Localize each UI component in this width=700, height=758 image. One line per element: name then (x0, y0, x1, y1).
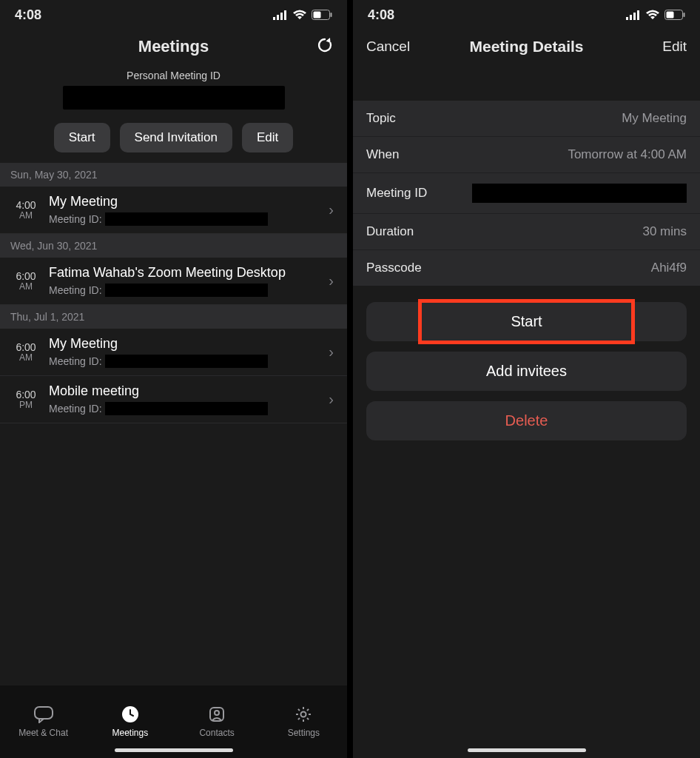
meetings-screen: 4:08 Meetings Personal Meeting ID Start … (0, 0, 350, 758)
svg-rect-1 (277, 15, 279, 20)
wifi-icon (645, 10, 660, 20)
section-header: Wed, Jun 30, 2021 (0, 234, 347, 258)
send-invitation-button[interactable]: Send Invitation (120, 123, 232, 152)
chat-icon (33, 705, 54, 723)
meeting-details-screen: 4:08 Cancel Meeting Details Edit Topic M… (350, 0, 700, 758)
redacted-meeting-id (472, 184, 687, 203)
status-bar: 4:08 (353, 0, 700, 30)
svg-point-10 (215, 711, 219, 715)
svg-rect-15 (637, 10, 639, 20)
meeting-row[interactable]: 4:00 AM My Meeting Meeting ID: › (0, 187, 347, 234)
edit-button[interactable]: Edit (242, 123, 293, 152)
tab-meetings[interactable]: Meetings (87, 685, 173, 758)
tab-label: Settings (288, 728, 320, 738)
svg-rect-5 (314, 12, 321, 19)
section-header: Thu, Jul 1, 2021 (0, 305, 347, 329)
detail-row-meeting-id: Meeting ID (353, 173, 700, 214)
meeting-time: 4:00 AM (7, 199, 44, 221)
redacted-id (105, 284, 268, 297)
pmi-label: Personal Meeting ID (0, 70, 347, 81)
meeting-id-line: Meeting ID: (49, 284, 326, 297)
refresh-icon (316, 36, 334, 54)
page-title: Meetings (34, 37, 313, 56)
meeting-row[interactable]: 6:00 AM Fatima Wahab's Zoom Meeting Desk… (0, 258, 347, 305)
svg-rect-17 (667, 12, 674, 19)
detail-row-duration: Duration 30 mins (353, 214, 700, 250)
personal-meeting-block: Personal Meeting ID Start Send Invitatio… (0, 64, 347, 163)
detail-row-topic: Topic My Meeting (353, 101, 700, 137)
detail-row-passcode: Passcode Ahi4f9 (353, 250, 700, 286)
svg-rect-0 (273, 17, 275, 20)
home-indicator[interactable] (115, 748, 233, 752)
section-header: Sun, May 30, 2021 (0, 163, 347, 187)
nav-bar: Cancel Meeting Details Edit (353, 30, 700, 64)
tab-label: Meetings (112, 728, 149, 738)
meeting-row[interactable]: 6:00 AM My Meeting Meeting ID: › (0, 329, 347, 376)
tab-contacts[interactable]: Contacts (174, 685, 260, 758)
delete-meeting-button[interactable]: Delete (366, 401, 687, 440)
tab-bar: Meet & Chat Meetings Contacts Settings (0, 685, 347, 758)
signal-icon (626, 10, 641, 20)
meeting-id-line: Meeting ID: (49, 402, 326, 415)
header: Meetings (0, 30, 347, 64)
redacted-id (105, 402, 268, 415)
wifi-icon (292, 10, 307, 20)
status-time: 4:08 (15, 7, 41, 23)
page-title: Meeting Details (425, 38, 627, 56)
tab-label: Contacts (199, 728, 234, 738)
svg-rect-18 (684, 13, 685, 17)
status-icons (273, 10, 332, 20)
contacts-icon (208, 705, 226, 723)
status-time: 4:08 (368, 7, 394, 23)
refresh-button[interactable] (313, 36, 334, 57)
meeting-time: 6:00 PM (7, 389, 44, 411)
battery-icon (312, 10, 332, 20)
add-invitees-button[interactable]: Add invitees (366, 352, 687, 391)
edit-button[interactable]: Edit (627, 38, 687, 55)
svg-rect-13 (630, 15, 632, 20)
status-bar: 4:08 (0, 0, 347, 30)
svg-rect-6 (331, 13, 332, 17)
chevron-right-icon: › (326, 201, 337, 218)
battery-icon (664, 10, 685, 20)
svg-rect-14 (633, 13, 636, 20)
redacted-id (105, 212, 268, 226)
tab-settings[interactable]: Settings (260, 685, 347, 758)
svg-point-11 (301, 712, 306, 717)
svg-rect-7 (35, 707, 53, 719)
meeting-id-line: Meeting ID: (49, 355, 326, 368)
svg-rect-3 (284, 10, 286, 20)
meeting-title: Fatima Wahab's Zoom Meeting Desktop (49, 265, 326, 281)
svg-rect-2 (280, 13, 283, 20)
svg-rect-12 (626, 17, 628, 20)
redacted-id (105, 355, 268, 368)
pmi-value-redacted (63, 86, 285, 110)
meeting-title: Mobile meeting (49, 383, 326, 399)
meeting-row[interactable]: 6:00 PM Mobile meeting Meeting ID: › (0, 376, 347, 423)
meeting-title: My Meeting (49, 336, 326, 352)
chevron-right-icon: › (326, 272, 337, 289)
detail-row-when: When Tomorrow at 4:00 AM (353, 137, 700, 173)
tab-label: Meet & Chat (18, 728, 68, 738)
chevron-right-icon: › (326, 343, 337, 360)
home-indicator[interactable] (468, 748, 586, 752)
chevron-right-icon: › (326, 391, 337, 408)
signal-icon (273, 10, 288, 20)
meeting-title: My Meeting (49, 194, 326, 209)
start-meeting-button[interactable]: Start (366, 302, 687, 341)
meeting-id-line: Meeting ID: (49, 212, 326, 226)
details-block: Topic My Meeting When Tomorrow at 4:00 A… (353, 101, 700, 286)
meeting-time: 6:00 AM (7, 341, 44, 363)
start-button[interactable]: Start (54, 123, 110, 152)
cancel-button[interactable]: Cancel (366, 38, 425, 55)
gear-icon (295, 705, 312, 723)
meeting-time: 6:00 AM (7, 270, 44, 292)
tab-meet-chat[interactable]: Meet & Chat (0, 685, 87, 758)
status-icons (626, 10, 685, 20)
clock-icon (121, 705, 139, 723)
